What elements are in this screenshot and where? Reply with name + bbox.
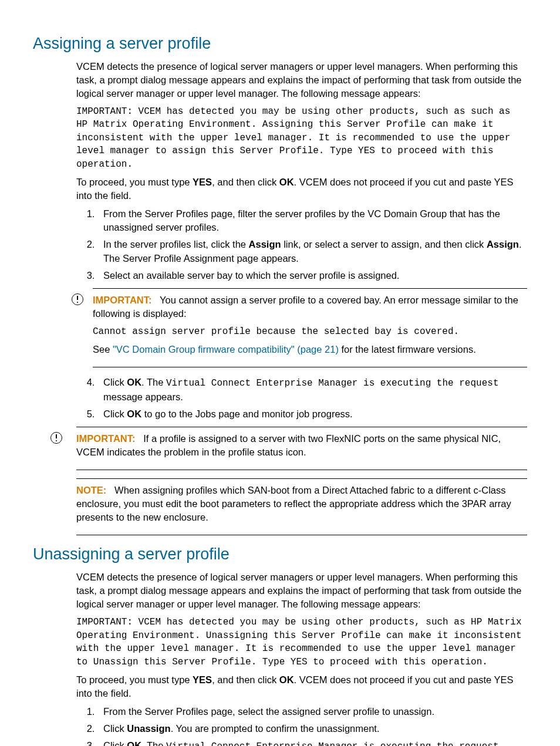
text: for the latest firmware versions. xyxy=(339,344,476,355)
code-block: IMPORTANT: VCEM has detected you may be … xyxy=(76,105,527,171)
text: . The xyxy=(141,377,166,387)
important-text: IMPORTANT: If a profile is assigned to a… xyxy=(76,432,527,459)
text: . The xyxy=(141,740,166,746)
list-item: Select an available server bay to which … xyxy=(97,269,527,282)
list-item: Click Unassign. You are prompted to conf… xyxy=(97,722,527,735)
note-text: NOTE: When assigning profiles which SAN-… xyxy=(76,484,527,524)
important-label: IMPORTANT: xyxy=(93,295,152,305)
note-callout: NOTE: When assigning profiles which SAN-… xyxy=(76,478,527,535)
text: If a profile is assigned to a server wit… xyxy=(76,433,501,457)
heading-assigning: Assigning a server profile xyxy=(33,33,527,55)
bold-text: OK xyxy=(279,177,294,187)
note-label: NOTE: xyxy=(76,485,106,495)
text: , and then click xyxy=(212,177,279,187)
code-inline: Virtual Connect Enterprise Manager is ex… xyxy=(166,378,499,389)
list-item: Click OK. The Virtual Connect Enterprise… xyxy=(97,739,527,746)
text: See xyxy=(93,344,113,355)
code-inline: Virtual Connect Enterprise Manager is ex… xyxy=(166,741,499,746)
important-callout: IMPORTANT: If a profile is assigned to a… xyxy=(76,427,527,470)
paragraph: See "VC Domain Group firmware compatibil… xyxy=(93,343,527,356)
code-block: IMPORTANT: VCEM has detected you may be … xyxy=(76,616,527,669)
text: To proceed, you must type xyxy=(76,674,193,685)
bold-text: YES xyxy=(193,177,212,187)
code-block: Cannot assign server profile because the… xyxy=(93,325,527,338)
important-callout: IMPORTANT: You cannot assign a server pr… xyxy=(93,288,527,368)
text: Click xyxy=(103,723,127,734)
ordered-list: From the Server Profiles page, select th… xyxy=(76,705,527,746)
paragraph: To proceed, you must type YES, and then … xyxy=(76,673,527,700)
text: Click xyxy=(103,377,127,387)
section-body: VCEM detects the presence of logical ser… xyxy=(76,60,527,536)
text: When assigning profiles which SAN-boot f… xyxy=(76,485,511,522)
document-page: Assigning a server profile VCEM detects … xyxy=(0,0,560,746)
heading-unassigning: Unassigning a server profile xyxy=(33,544,527,566)
ordered-list: From the Server Profiles page, filter th… xyxy=(76,207,527,282)
bold-text: Assign xyxy=(487,239,519,249)
text: You cannot assign a server profile to a … xyxy=(93,295,518,319)
important-text: IMPORTANT: You cannot assign a server pr… xyxy=(93,293,527,320)
link-firmware-compat[interactable]: "VC Domain Group firmware compatibility"… xyxy=(113,344,339,355)
text: message appears. xyxy=(103,391,183,402)
text: Click xyxy=(103,409,127,419)
paragraph: VCEM detects the presence of logical ser… xyxy=(76,571,527,611)
ordered-list: Click OK. The Virtual Connect Enterprise… xyxy=(76,376,527,421)
important-label: IMPORTANT: xyxy=(76,433,136,444)
text: Click xyxy=(103,740,127,746)
text: , and then click xyxy=(212,674,279,685)
text: To proceed, you must type xyxy=(76,177,193,187)
list-item: From the Server Profiles page, filter th… xyxy=(97,207,527,234)
list-item: In the server profiles list, click the A… xyxy=(97,238,527,265)
text: link, or select a server to assign, and … xyxy=(281,239,487,249)
warning-icon xyxy=(72,293,83,309)
list-item: Click OK. The Virtual Connect Enterprise… xyxy=(97,376,527,403)
text: . You are prompted to confirm the unassi… xyxy=(171,723,380,734)
warning-icon xyxy=(50,432,62,447)
list-item: From the Server Profiles page, select th… xyxy=(97,705,527,718)
bold-text: OK xyxy=(127,740,141,746)
bold-text: OK xyxy=(127,377,141,387)
section-body: VCEM detects the presence of logical ser… xyxy=(76,571,527,746)
bold-text: OK xyxy=(127,409,141,419)
paragraph: To proceed, you must type YES, and then … xyxy=(76,175,527,202)
text: In the server profiles list, click the xyxy=(103,239,249,249)
bold-text: Unassign xyxy=(127,723,170,734)
list-item: Click OK to go to the Jobs page and moni… xyxy=(97,407,527,421)
bold-text: Assign xyxy=(249,239,281,249)
bold-text: YES xyxy=(193,674,212,685)
text: to go to the Jobs page and monitor job p… xyxy=(141,409,353,419)
paragraph: VCEM detects the presence of logical ser… xyxy=(76,60,527,100)
bold-text: OK xyxy=(279,674,294,685)
